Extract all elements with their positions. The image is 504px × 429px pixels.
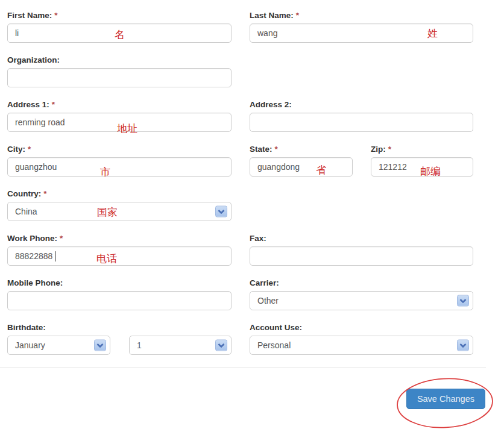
- city-label-text: City:: [7, 145, 25, 154]
- organization-field: Organization:: [7, 55, 232, 87]
- first-name-label-text: First Name:: [7, 11, 52, 20]
- required-asterisk: *: [388, 145, 391, 154]
- fax-field: Fax:: [250, 233, 473, 266]
- dropdown-arrow-icon[interactable]: [457, 340, 469, 351]
- country-label-text: Country:: [7, 189, 41, 198]
- fax-input[interactable]: [250, 246, 473, 266]
- last-name-label: Last Name:*: [250, 10, 473, 20]
- address1-label: Address 1:*: [7, 99, 232, 110]
- form-actions: Save Changes: [7, 368, 504, 422]
- work-phone-input[interactable]: [7, 246, 232, 266]
- account-use-label-text: Account Use:: [250, 323, 302, 332]
- dropdown-arrow-icon[interactable]: [457, 295, 469, 307]
- birthdate-day-select[interactable]: 1: [129, 336, 232, 355]
- city-field: City:* 市: [7, 144, 232, 177]
- account-use-label: Account Use:: [250, 322, 473, 333]
- first-name-input[interactable]: [7, 23, 232, 43]
- carrier-select[interactable]: Other: [250, 291, 473, 310]
- carrier-field: Carrier: Other: [250, 278, 473, 310]
- required-asterisk: *: [43, 189, 46, 198]
- country-label: Country:*: [7, 189, 232, 199]
- work-phone-label: Work Phone:*: [7, 233, 232, 243]
- fax-label: Fax:: [250, 233, 473, 243]
- organization-label: Organization:: [7, 55, 232, 65]
- zip-label: Zip:*: [371, 144, 473, 154]
- dropdown-arrow-icon[interactable]: [215, 206, 227, 218]
- required-asterisk: *: [52, 100, 55, 109]
- address2-field: Address 2:: [250, 99, 473, 132]
- last-name-label-text: Last Name:: [250, 11, 294, 20]
- state-input[interactable]: [250, 157, 353, 177]
- required-asterisk: *: [296, 11, 299, 20]
- city-label: City:*: [7, 144, 232, 154]
- first-name-label: First Name:*: [7, 10, 232, 20]
- birthdate-day-value: 1: [137, 340, 142, 350]
- birthdate-label: Birthdate:: [7, 322, 232, 333]
- carrier-label-text: Carrier:: [250, 278, 279, 287]
- country-select[interactable]: China: [7, 202, 232, 221]
- last-name-input[interactable]: [250, 23, 473, 43]
- required-asterisk: *: [54, 11, 57, 20]
- city-input[interactable]: [7, 157, 232, 177]
- mobile-phone-input[interactable]: [7, 291, 232, 310]
- mobile-phone-label-text: Mobile Phone:: [7, 278, 63, 287]
- required-asterisk: *: [28, 145, 31, 154]
- birthdate-month-value: January: [15, 340, 45, 350]
- birthdate-month-select[interactable]: January: [7, 336, 110, 355]
- address1-field: Address 1:* 地址: [7, 99, 232, 132]
- birthdate-label-text: Birthdate:: [7, 323, 46, 332]
- work-phone-field: Work Phone:* 电话: [7, 233, 232, 266]
- save-button[interactable]: Save Changes: [406, 389, 485, 409]
- state-field: State:* 省: [250, 144, 353, 177]
- mobile-phone-field: Mobile Phone:: [7, 278, 232, 310]
- birthdate-field: Birthdate: January 1: [7, 322, 232, 355]
- state-label: State:*: [250, 144, 353, 154]
- organization-label-text: Organization:: [7, 55, 60, 64]
- text-cursor: [55, 251, 55, 261]
- zip-input[interactable]: [371, 157, 473, 177]
- zip-field: Zip:* 邮编: [371, 144, 473, 177]
- address2-input[interactable]: [250, 113, 473, 132]
- account-use-field: Account Use: Personal: [250, 322, 473, 355]
- account-use-select[interactable]: Personal: [250, 336, 473, 355]
- address1-label-text: Address 1:: [7, 100, 49, 109]
- dropdown-arrow-icon[interactable]: [94, 340, 106, 351]
- account-use-selected-value: Personal: [257, 340, 291, 350]
- carrier-selected-value: Other: [257, 296, 279, 305]
- address2-label: Address 2:: [250, 99, 473, 110]
- carrier-label: Carrier:: [250, 278, 473, 288]
- required-asterisk: *: [60, 234, 63, 243]
- organization-input[interactable]: [7, 68, 232, 87]
- last-name-field: Last Name:* 姓: [250, 10, 473, 43]
- mobile-phone-label: Mobile Phone:: [7, 278, 232, 288]
- dropdown-arrow-icon[interactable]: [215, 340, 227, 351]
- work-phone-label-text: Work Phone:: [7, 234, 57, 243]
- country-selected-value: China: [15, 207, 37, 216]
- country-field: Country:* China 国家: [7, 189, 232, 221]
- required-asterisk: *: [275, 145, 278, 154]
- first-name-field: First Name:* 名: [7, 10, 232, 43]
- fax-label-text: Fax:: [250, 234, 266, 243]
- state-label-text: State:: [250, 145, 272, 154]
- address2-label-text: Address 2:: [250, 100, 292, 109]
- address1-input[interactable]: [7, 113, 232, 132]
- zip-label-text: Zip:: [371, 145, 386, 154]
- profile-form: First Name:* 名 Last Name:* 姓 Organizatio…: [0, 0, 504, 422]
